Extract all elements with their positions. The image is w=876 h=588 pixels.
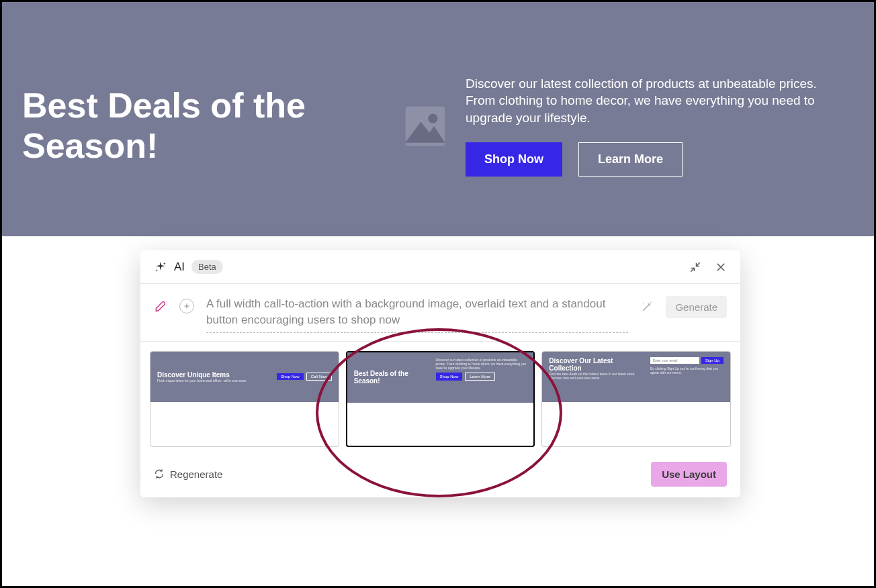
preview-btn-primary: Shop Now	[436, 373, 463, 381]
pencil-icon	[154, 300, 167, 313]
hero-title-block: Best Deals of the Season!	[22, 86, 385, 166]
layout-preview-3[interactable]: Discover Our Latest Collection Find the …	[541, 351, 731, 447]
sparkle-icon	[154, 260, 167, 274]
regenerate-label: Regenerate	[170, 469, 222, 480]
shop-now-button[interactable]: Shop Now	[466, 142, 562, 177]
image-placeholder-icon	[398, 100, 452, 152]
ai-header: AI Beta	[154, 260, 223, 274]
preview-subtitle: Find unique items for your home and offi…	[157, 379, 273, 383]
hero-title: Best Deals of the Season!	[22, 86, 385, 166]
ai-layout-modal: AI Beta A fu	[140, 250, 740, 497]
regenerate-button[interactable]: Regenerate	[154, 469, 222, 480]
preview-btn-primary: Shop Now	[277, 373, 304, 380]
preview-btn-secondary: Call Now	[306, 373, 332, 381]
beta-badge: Beta	[191, 260, 223, 274]
preview-btn-primary: Sign Up	[701, 357, 724, 364]
preview-title: Discover Unique Items	[157, 371, 273, 379]
generate-button[interactable]: Generate	[666, 296, 727, 318]
ai-label-text: AI	[174, 260, 185, 274]
close-icon[interactable]	[715, 261, 727, 273]
hero-description: Discover our latest collection of produc…	[466, 75, 840, 127]
magic-wand-icon	[640, 300, 654, 313]
add-icon[interactable]	[179, 299, 194, 313]
refresh-icon	[154, 469, 165, 479]
svg-point-1	[429, 115, 436, 121]
hero-content: Discover our latest collection of produc…	[466, 75, 854, 177]
preview-terms: By clicking Sign Up you're confirming th…	[650, 366, 724, 375]
use-layout-button[interactable]: Use Layout	[651, 462, 727, 487]
preview-title: Best Deals of the Season!	[354, 370, 432, 385]
hero-banner: Best Deals of the Season! Discover our l…	[2, 2, 874, 236]
layout-previews: Discover Unique Items Find unique items …	[140, 342, 740, 456]
preview-btn-secondary: Learn More	[465, 373, 495, 381]
learn-more-button[interactable]: Learn More	[578, 142, 683, 177]
minimize-icon[interactable]	[689, 261, 701, 273]
preview-subtitle: Find the best deals on the hottest items…	[549, 372, 646, 380]
layout-preview-1[interactable]: Discover Unique Items Find unique items …	[150, 351, 339, 447]
preview-title: Discover Our Latest Collection	[549, 357, 646, 372]
preview-subtitle: Discover our latest collection of produc…	[436, 358, 527, 370]
layout-preview-2[interactable]: Best Deals of the Season! Discover our l…	[346, 351, 535, 447]
preview-email-input: Enter your email	[650, 357, 699, 364]
prompt-input[interactable]: A full width call-to-action with a backg…	[206, 296, 628, 333]
